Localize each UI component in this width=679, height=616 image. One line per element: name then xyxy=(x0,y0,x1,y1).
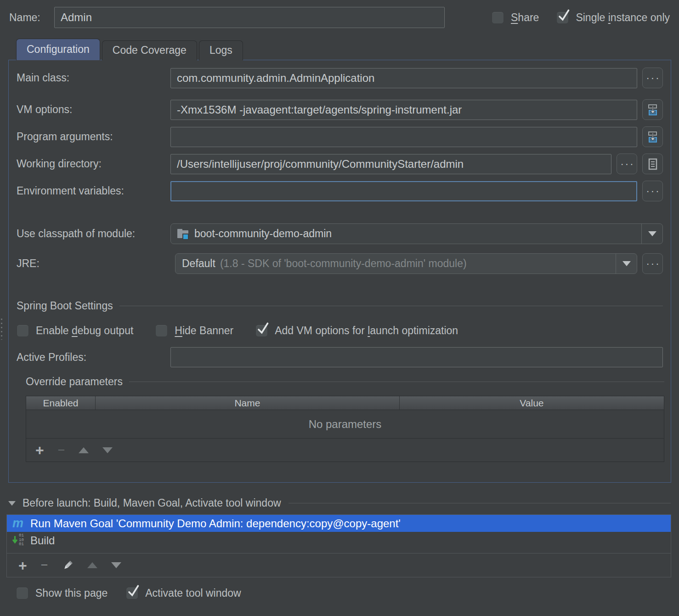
name-label: Name: xyxy=(9,11,54,24)
module-icon xyxy=(177,229,190,239)
tab-logs[interactable]: Logs xyxy=(199,40,243,60)
module-combobox-arrow[interactable] xyxy=(641,224,662,244)
hide-banner-label: Hide Banner xyxy=(175,325,233,337)
show-this-page-checkbox[interactable]: Show this page xyxy=(16,587,108,599)
share-checkbox[interactable]: Share xyxy=(492,11,539,24)
add-vm-options-label: Add VM options for launch optimization xyxy=(275,325,458,337)
add-vm-options-checkbox[interactable]: Add VM options for launch optimization xyxy=(255,325,458,337)
name-row: Name: Share Single instance only xyxy=(0,0,679,28)
ellipsis-icon: ··· xyxy=(646,258,661,270)
activate-tool-window-checkbox-box[interactable] xyxy=(126,587,138,599)
environment-variables-row: Environment variables: ··· xyxy=(17,181,663,201)
program-arguments-expand-button[interactable] xyxy=(642,126,663,147)
before-launch-list: m Run Maven Goal 'Community Demo Admin: … xyxy=(6,514,671,577)
working-directory-browse-button[interactable]: ··· xyxy=(617,154,637,174)
activate-tool-window-label: Activate tool window xyxy=(145,587,241,599)
expand-field-icon xyxy=(646,103,660,117)
vm-options-expand-button[interactable] xyxy=(642,99,663,120)
before-launch-item-maven[interactable]: m Run Maven Goal 'Community Demo Admin: … xyxy=(7,515,671,532)
override-parameters-toolbar: + − xyxy=(26,439,664,462)
jre-combobox[interactable]: Default (1.8 - SDK of 'boot-community-de… xyxy=(175,253,637,274)
use-classpath-row: Use classpath of module: boot-community-… xyxy=(17,223,663,244)
program-arguments-input[interactable] xyxy=(170,127,637,147)
vm-options-row: VM options: xyxy=(17,99,663,120)
single-instance-checkbox-box[interactable] xyxy=(556,11,569,24)
checkmark-icon xyxy=(557,8,571,23)
environment-variables-browse-button[interactable]: ··· xyxy=(642,181,663,201)
remove-parameter-button[interactable]: − xyxy=(58,444,65,456)
working-directory-input[interactable] xyxy=(170,154,611,174)
table-empty-state: No parameters xyxy=(26,410,664,439)
main-class-row: Main class: ··· xyxy=(17,68,663,88)
move-down-button[interactable] xyxy=(102,447,113,453)
expand-field-icon xyxy=(646,130,660,144)
section-divider xyxy=(129,382,664,382)
module-combobox[interactable]: boot-community-demo-admin xyxy=(170,223,663,244)
splitter-handle[interactable] xyxy=(1,319,3,340)
active-profiles-input[interactable] xyxy=(170,347,663,367)
before-launch-item-build[interactable]: 01 10 01 Build xyxy=(7,532,671,549)
enable-debug-checkbox-box[interactable] xyxy=(17,325,29,337)
section-divider xyxy=(289,503,671,503)
add-task-button[interactable]: + xyxy=(18,558,27,573)
add-parameter-button[interactable]: + xyxy=(35,443,44,457)
top-checkboxes: Share Single instance only xyxy=(492,11,671,24)
single-instance-label: Single instance only xyxy=(576,11,670,24)
jre-combobox-arrow[interactable] xyxy=(616,254,637,274)
working-directory-label: Working directory: xyxy=(17,158,170,170)
single-instance-checkbox[interactable]: Single instance only xyxy=(556,11,670,24)
jre-row: JRE: Default (1.8 - SDK of 'boot-communi… xyxy=(17,253,663,274)
main-class-browse-button[interactable]: ··· xyxy=(642,68,663,88)
spring-boot-settings-title: Spring Boot Settings xyxy=(17,300,113,312)
configuration-panel: Main class: ··· VM options: Program argu… xyxy=(8,60,671,483)
spring-boot-checkbox-row: Enable debug output Hide Banner Add VM o… xyxy=(17,325,663,337)
program-arguments-label: Program arguments: xyxy=(17,131,170,143)
vm-options-input[interactable] xyxy=(170,100,637,120)
vm-options-label: VM options: xyxy=(17,103,170,116)
main-class-input[interactable] xyxy=(170,68,637,88)
add-vm-options-checkbox-box[interactable] xyxy=(255,325,268,337)
table-header-row: Enabled Name Value xyxy=(26,396,664,410)
column-header-name[interactable]: Name xyxy=(95,396,399,410)
move-task-down-button[interactable] xyxy=(111,562,121,568)
maven-icon: m xyxy=(10,516,26,530)
working-directory-row: Working directory: ··· xyxy=(17,154,663,174)
name-input[interactable] xyxy=(54,7,445,28)
environment-variables-input[interactable] xyxy=(170,181,637,201)
before-launch-toolbar: + − xyxy=(7,553,671,577)
run-configuration-dialog: Name: Share Single instance only Configu… xyxy=(0,0,679,616)
checkmark-icon xyxy=(256,321,270,336)
jre-combobox-detail: (1.8 - SDK of 'boot-community-demo-admin… xyxy=(220,257,467,270)
remove-task-button[interactable]: − xyxy=(41,559,48,571)
move-task-up-button[interactable] xyxy=(87,562,97,568)
share-checkbox-box[interactable] xyxy=(492,11,504,24)
override-parameters-title: Override parameters xyxy=(26,376,123,388)
show-this-page-checkbox-box[interactable] xyxy=(16,587,28,599)
before-launch-header[interactable]: Before launch: Build, Maven Goal, Activa… xyxy=(8,497,671,509)
chevron-down-icon xyxy=(648,231,656,236)
hide-banner-checkbox[interactable]: Hide Banner xyxy=(155,325,233,337)
column-header-value[interactable]: Value xyxy=(399,396,664,410)
environment-variables-label: Environment variables: xyxy=(17,185,170,197)
override-parameters-section: Override parameters Enabled Name Value N… xyxy=(26,376,664,462)
main-class-label: Main class: xyxy=(17,72,170,84)
activate-tool-window-checkbox[interactable]: Activate tool window xyxy=(126,587,241,599)
tab-code-coverage[interactable]: Code Coverage xyxy=(102,40,197,60)
move-up-button[interactable] xyxy=(79,447,89,453)
checkmark-icon xyxy=(126,583,140,598)
edit-pencil-icon[interactable] xyxy=(62,559,74,571)
before-launch-title: Before launch: Build, Maven Goal, Activa… xyxy=(23,497,281,509)
chevron-down-icon xyxy=(622,261,631,266)
working-directory-macro-button[interactable] xyxy=(642,154,663,174)
hide-banner-checkbox-box[interactable] xyxy=(155,325,168,337)
section-divider xyxy=(119,306,663,306)
collapse-triangle-icon[interactable] xyxy=(8,501,16,506)
column-header-enabled[interactable]: Enabled xyxy=(26,396,95,410)
show-this-page-label: Show this page xyxy=(35,587,108,599)
enable-debug-checkbox[interactable]: Enable debug output xyxy=(17,325,133,337)
jre-browse-button[interactable]: ··· xyxy=(642,253,663,274)
tab-configuration[interactable]: Configuration xyxy=(16,39,100,60)
footer-options: Show this page Activate tool window xyxy=(16,587,679,599)
document-icon xyxy=(647,158,659,171)
tab-bar: Configuration Code Coverage Logs xyxy=(0,39,679,60)
